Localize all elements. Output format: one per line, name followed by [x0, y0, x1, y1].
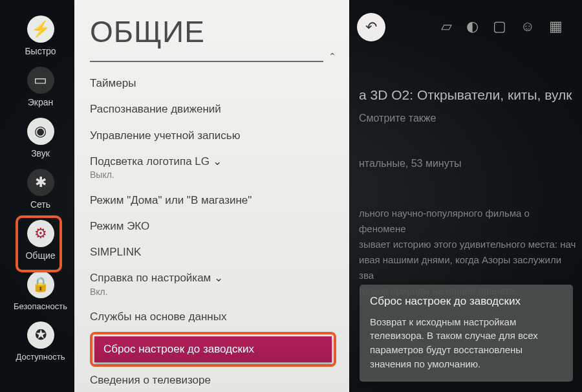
theater-icon[interactable]: ☺	[521, 18, 535, 35]
menu-motion[interactable]: Распознавание движений	[90, 96, 336, 122]
bg-sub2: нтальные, 53 минуты	[359, 155, 579, 172]
globe-icon[interactable]: ◐	[466, 18, 479, 35]
help-tooltip: Сброс настроек до заводских Возврат к ис…	[360, 285, 573, 382]
back-icon: ↶	[365, 19, 377, 36]
menu-about-tv[interactable]: Сведения о телевизоре	[90, 371, 336, 392]
tooltip-title: Сброс настроек до заводских	[370, 294, 563, 310]
sidebar-item-security[interactable]: 🔒 Безопасность	[6, 268, 74, 314]
bg-sub1: Смотрите также	[359, 110, 579, 127]
lock-icon: 🔒	[27, 271, 54, 298]
sidebar-item-sound[interactable]: ◉ Звук	[6, 115, 74, 161]
apps-icon[interactable]: ▦	[549, 18, 563, 35]
menu-reset-highlight: Сброс настроек до заводских	[90, 332, 336, 367]
tooltip-body: Возврат к исходным настройкам телевизора…	[370, 315, 563, 371]
bolt-icon: ⚡	[27, 16, 54, 43]
network-icon: ✱	[27, 169, 54, 196]
sidebar-item-label: Экран	[28, 97, 54, 107]
screen-icon: ▭	[27, 67, 54, 94]
gear-icon: ⚙	[27, 220, 54, 247]
sidebar-item-label: Сеть	[30, 199, 50, 210]
menu-eco[interactable]: Режим ЭКО	[90, 213, 336, 239]
menu-factory-reset[interactable]: Сброс настроек до заводских	[94, 336, 332, 362]
menu-home-store[interactable]: Режим "Дома" или "В магазине"	[90, 187, 336, 213]
tv-icon[interactable]: ▢	[493, 18, 506, 35]
back-button[interactable]: ↶	[357, 13, 385, 41]
sidebar-item-network[interactable]: ✱ Сеть	[6, 166, 74, 212]
menu-help[interactable]: Справка по настройкам ⌄ Вкл.	[90, 265, 336, 303]
sidebar-item-label: Доступность	[16, 352, 65, 362]
menu-sub: Вкл.	[90, 287, 336, 298]
bg-headline: а 3D O2: Открыватели, киты, вулк	[359, 87, 579, 103]
menu-label: Справка по настройкам ⌄	[90, 272, 223, 284]
menu-logo-light[interactable]: Подсветка логотипа LG ⌄ Выкл.	[90, 148, 336, 187]
sidebar-item-accessibility[interactable]: ✪ Доступность	[6, 319, 74, 364]
menu-simplink[interactable]: SIMPLINK	[90, 239, 336, 265]
sidebar-item-screen[interactable]: ▭ Экран	[6, 64, 74, 110]
topbar-icons: ▱ ◐ ▢ ☺ ▦	[441, 18, 563, 35]
gallery-icon[interactable]: ▱	[441, 18, 452, 35]
sidebar-item-label: Безопасность	[14, 301, 67, 311]
chevron-up-icon[interactable]: ⌃	[329, 51, 336, 61]
accessibility-icon: ✪	[27, 321, 54, 349]
panel-divider: ⌃	[90, 61, 336, 62]
settings-panel: ОБЩИЕ ⌃ Таймеры Распознавание движений У…	[74, 0, 349, 392]
sidebar-item-label: Общие	[25, 250, 55, 261]
sound-icon: ◉	[27, 118, 54, 145]
menu-data-services[interactable]: Службы на основе данных	[90, 303, 336, 329]
menu-timers[interactable]: Таймеры	[90, 70, 336, 96]
settings-sidebar: ⚡ Быстро ▭ Экран ◉ Звук ✱ Сеть ⚙ Общие 🔒…	[6, 0, 74, 392]
panel-title: ОБЩИЕ	[90, 14, 336, 49]
sidebar-item-quick[interactable]: ⚡ Быстро	[6, 13, 74, 59]
menu-sub: Выкл.	[90, 169, 336, 181]
sidebar-item-label: Звук	[31, 148, 50, 158]
sidebar-item-label: Быстро	[25, 46, 56, 56]
sidebar-item-general[interactable]: ⚙ Общие	[6, 217, 74, 263]
menu-account[interactable]: Управление учетной записью	[90, 122, 336, 148]
menu-label: Подсветка логотипа LG ⌄	[90, 155, 222, 168]
